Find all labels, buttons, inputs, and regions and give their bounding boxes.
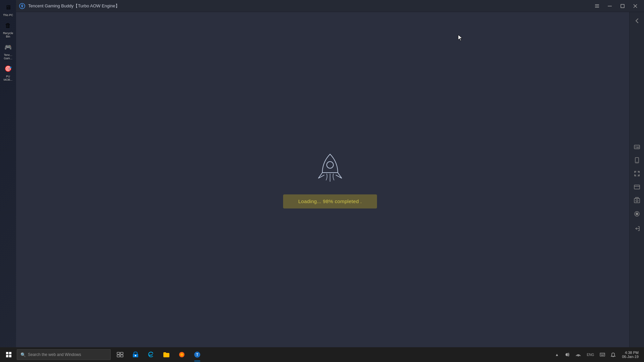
edge-button[interactable] [144,347,158,362]
menu-button[interactable] [591,1,603,11]
tencent-label: Tenc...Gam... [4,53,12,60]
task-view-icon [116,351,124,359]
tray-overflow-button[interactable]: ▲ [552,350,561,359]
keyboard-sidebar-icon[interactable] [631,141,643,153]
firefox-icon [178,351,186,359]
svg-rect-31 [6,355,8,357]
svg-rect-29 [6,352,8,354]
tencent-taskbar-icon: T [193,351,201,359]
desktop-icon-tencent[interactable]: 🎮 Tenc...Gam... [0,40,16,61]
svg-rect-34 [120,352,123,354]
loading-area: Loading... 98% completed . [283,151,377,208]
svg-rect-38 [135,355,136,356]
notification-icon[interactable] [608,350,618,359]
expand-sidebar-icon[interactable] [631,168,643,180]
window-title: Tencent Gaming Buddy【Turbo AOW Engine】 [28,3,591,9]
maximize-button[interactable] [616,1,629,11]
clock-time: 4:38 PM [625,351,639,355]
minimize-button[interactable] [604,1,616,11]
desktop-icon-pubg[interactable]: 🎯 PUMOB... [0,61,16,83]
language-icon[interactable]: ENG [584,350,596,359]
edge-icon [147,351,155,359]
this-pc-icon: 🖥 [3,2,13,13]
svg-rect-10 [634,145,640,149]
close-button[interactable] [629,1,641,11]
svg-rect-23 [634,198,640,203]
svg-rect-35 [117,355,120,357]
files-button[interactable] [159,347,174,362]
svg-rect-21 [634,185,640,189]
firefox-button[interactable] [174,347,189,362]
svg-rect-6 [621,4,624,8]
desktop-icon-recycle-bin[interactable]: 🗑 Recycle Bin [0,18,16,40]
store-button[interactable] [128,347,143,362]
screenshot-sidebar-icon[interactable] [631,194,643,206]
svg-rect-30 [9,352,11,354]
this-pc-label: This PC [3,13,13,17]
search-placeholder: Search the web and Windows [28,352,81,357]
svg-rect-36 [120,355,123,357]
svg-rect-2 [595,4,599,5]
task-view-button[interactable] [113,347,127,362]
tencent-taskbar-button[interactable]: T [190,347,205,362]
svg-rect-24 [636,197,638,198]
svg-point-43 [578,356,579,357]
taskbar-pinned-apps: T [113,347,205,362]
clock-date: 06-Jan-19 [622,355,639,359]
import-sidebar-icon[interactable] [631,223,643,235]
svg-rect-3 [595,6,599,6]
rocket-icon [315,151,345,184]
app-logo-icon [19,3,25,9]
recycle-bin-icon: 🗑 [3,20,13,31]
svg-rect-4 [595,7,599,8]
taskbar: 🔍 Search the web and Windows [0,347,644,362]
app-content: Loading... 98% completed . [16,12,644,347]
window-sidebar-icon[interactable] [631,181,643,193]
svg-point-25 [636,200,638,202]
start-button[interactable] [1,347,16,362]
loading-bar-container: Loading... 98% completed . [283,194,377,208]
svg-point-9 [327,162,333,168]
loading-text: Loading... 98% completed . [298,198,362,204]
desktop-icons-area: 🖥 This PC 🗑 Recycle Bin 🎮 Tenc...Gam... … [0,0,16,347]
store-icon [131,351,140,359]
rocket-container [313,151,347,184]
svg-point-27 [636,213,638,215]
desktop-icon-this-pc[interactable]: 🖥 This PC [0,0,16,18]
recycle-bin-label: Recycle Bin [1,32,15,38]
back-nav-button[interactable] [631,15,643,27]
keyboard-layout-icon[interactable] [598,350,607,359]
record-sidebar-icon[interactable] [631,208,643,220]
svg-rect-5 [608,6,612,6]
svg-text:T: T [196,353,198,357]
svg-rect-32 [9,355,11,357]
title-bar: Tencent Gaming Buddy【Turbo AOW Engine】 [16,0,644,12]
pubg-icon: 🎯 [3,63,13,74]
svg-point-1 [21,6,23,7]
app-window: Tencent Gaming Buddy【Turbo AOW Engine】 [16,0,644,347]
tencent-game-icon: 🎮 [3,42,13,53]
svg-rect-33 [117,352,120,354]
search-icon: 🔍 [20,352,26,357]
taskbar-system-tray: ▲ ENG [552,347,643,362]
phone-sidebar-icon[interactable] [631,154,643,166]
right-sidebar [629,12,644,347]
svg-point-40 [180,353,183,356]
window-controls [591,1,641,11]
taskbar-search[interactable]: 🔍 Search the web and Windows [17,349,111,360]
volume-icon[interactable] [563,350,572,359]
taskbar-clock[interactable]: 4:38 PM 06-Jan-19 [619,347,641,362]
svg-rect-44 [600,353,605,356]
network-icon[interactable] [574,350,583,359]
pubg-label: PUMOB... [4,75,12,81]
files-icon [162,351,170,359]
